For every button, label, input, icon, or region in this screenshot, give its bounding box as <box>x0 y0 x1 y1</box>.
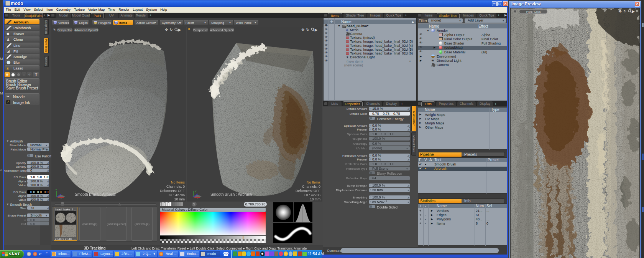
svg-text:Y: Y <box>55 189 57 191</box>
svg-text:Y: Y <box>195 190 197 193</box>
